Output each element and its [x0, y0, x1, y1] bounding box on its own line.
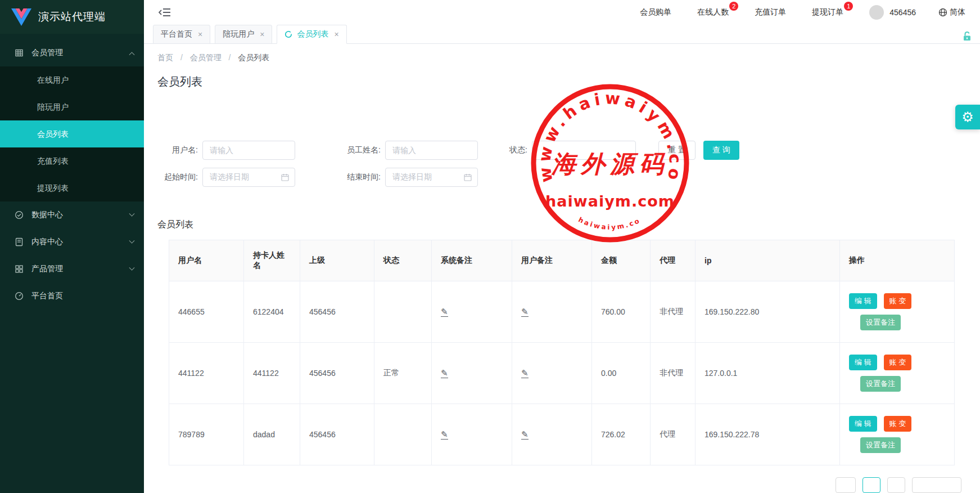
- pagination-prev-button[interactable]: [836, 477, 856, 493]
- page-title: 会员列表: [157, 74, 967, 89]
- sidebar-item-member-management[interactable]: 会员管理: [0, 39, 144, 66]
- chevron-down-icon: [129, 265, 135, 270]
- breadcrumb: 首页 / 会员管理 / 会员列表: [157, 53, 967, 64]
- avatar[interactable]: [869, 5, 884, 20]
- app-title: 演示站代理端: [38, 10, 106, 24]
- cell-agent: 非代理: [651, 281, 696, 343]
- sidebar-item-platform-home[interactable]: 平台首页: [0, 283, 144, 310]
- sidebar-item-recharge-list[interactable]: 充值列表: [0, 147, 144, 174]
- edit-button[interactable]: 编 辑: [849, 355, 877, 370]
- cell-username: 441122: [169, 343, 244, 404]
- nav-member-orders[interactable]: 会员购单: [640, 7, 671, 17]
- nav-label: 提现订单: [812, 7, 843, 16]
- col-username: 用户名: [169, 240, 244, 281]
- edit-note-icon[interactable]: ✎: [521, 430, 529, 440]
- language-label: 简体: [950, 7, 965, 17]
- main-area: 会员购单 在线人数 2 充值订单 提现订单 1 456456: [144, 0, 980, 493]
- col-ip: ip: [696, 240, 840, 281]
- settings-gear-button[interactable]: ⚙: [955, 105, 980, 129]
- topbar-right: 会员购单 在线人数 2 充值订单 提现订单 1 456456: [614, 5, 965, 20]
- close-icon[interactable]: ×: [260, 30, 264, 39]
- table-row: 441122 441122 456456 正常 ✎ ✎ 0.00 非代理 127…: [169, 343, 955, 404]
- close-icon[interactable]: ×: [334, 30, 338, 39]
- cell-amount: 0.00: [592, 343, 651, 404]
- edit-note-icon[interactable]: ✎: [441, 430, 448, 440]
- pagination: [157, 477, 967, 493]
- start-date-input[interactable]: 请选择日期: [202, 168, 295, 187]
- table-row: 789789 dadad 456456 ✎ ✎ 726.02 代理 169.15…: [169, 404, 955, 465]
- unlock-icon[interactable]: [962, 31, 972, 43]
- sidebar-item-online-users[interactable]: 在线用户: [0, 66, 144, 93]
- sidebar-item-data-center[interactable]: 数据中心: [0, 201, 144, 228]
- member-submenu: 在线用户 陪玩用户 会员列表 充值列表 提现列表: [0, 66, 144, 201]
- cell-system-note: ✎: [432, 343, 512, 404]
- cell-agent: 代理: [651, 404, 696, 465]
- edit-button[interactable]: 编 辑: [849, 416, 877, 432]
- col-system-note: 系统备注: [432, 240, 512, 281]
- set-note-button[interactable]: 设置备注: [860, 315, 901, 330]
- calendar-icon: [281, 173, 289, 181]
- nav-withdraw-orders[interactable]: 提现订单 1: [812, 7, 843, 17]
- tab-companion-users[interactable]: 陪玩用户 ×: [215, 25, 272, 44]
- col-cardholder: 持卡人姓名: [244, 240, 300, 281]
- col-agent: 代理: [651, 240, 696, 281]
- pagination-page-size-select[interactable]: [912, 477, 961, 493]
- sidebar-item-label: 平台首页: [31, 291, 134, 301]
- date-placeholder: 请选择日期: [210, 172, 281, 182]
- nav-online-count[interactable]: 在线人数 2: [697, 7, 729, 17]
- cell-cardholder: 6122404: [244, 281, 300, 343]
- tab-label: 会员列表: [297, 29, 328, 39]
- sidebar-item-companion-users[interactable]: 陪玩用户: [0, 93, 144, 120]
- breadcrumb-current: 会员列表: [238, 53, 269, 62]
- breadcrumb-home[interactable]: 首页: [157, 53, 173, 62]
- tab-member-list[interactable]: 会员列表 ×: [277, 25, 346, 44]
- sidebar-item-label: 产品管理: [31, 264, 130, 274]
- sidebar-collapse-icon[interactable]: [159, 7, 171, 17]
- edit-note-icon[interactable]: ✎: [441, 369, 448, 378]
- sidebar-item-member-list[interactable]: 会员列表: [0, 120, 144, 147]
- balance-change-button[interactable]: 账 变: [884, 416, 912, 432]
- close-icon[interactable]: ×: [198, 30, 202, 39]
- edit-button[interactable]: 编 辑: [849, 293, 877, 309]
- cell-cardholder: 441122: [244, 343, 300, 404]
- pagination-next-button[interactable]: [887, 477, 905, 493]
- nav-recharge-orders[interactable]: 充值订单: [755, 7, 786, 17]
- sidebar-menu: 会员管理 在线用户 陪玩用户 会员列表 充值列表 提现列表 数据中心: [0, 34, 144, 310]
- online-count-badge: 2: [729, 2, 738, 11]
- username-input[interactable]: [202, 141, 295, 160]
- filter-row-2: 起始时间: 请选择日期 结束时间: 请选择日期: [157, 168, 967, 187]
- tabbar: 平台首页 × 陪玩用户 × 会员列表 ×: [144, 25, 980, 44]
- grid-icon: [15, 48, 24, 57]
- balance-change-button[interactable]: 账 变: [884, 355, 912, 370]
- vue-logo-icon: [11, 8, 31, 26]
- balance-change-button[interactable]: 账 变: [884, 293, 912, 309]
- status-select[interactable]: [532, 141, 636, 160]
- cell-actions: 编 辑 账 变 设置备注: [840, 343, 955, 404]
- date-placeholder: 请选择日期: [392, 172, 464, 182]
- staff-name-input[interactable]: [385, 141, 478, 160]
- sidebar-item-product-management[interactable]: 产品管理: [0, 256, 144, 283]
- language-switcher[interactable]: 简体: [938, 7, 965, 17]
- set-note-button[interactable]: 设置备注: [860, 437, 901, 453]
- end-date-input[interactable]: 请选择日期: [385, 168, 478, 187]
- refresh-icon[interactable]: [284, 30, 292, 38]
- edit-note-icon[interactable]: ✎: [521, 307, 529, 317]
- cell-user-note: ✎: [512, 281, 592, 343]
- edit-note-icon[interactable]: ✎: [521, 369, 529, 378]
- reset-button[interactable]: 重 置: [658, 141, 696, 160]
- table-section-title: 会员列表: [157, 218, 967, 231]
- cell-username: 789789: [169, 404, 244, 465]
- cell-status: [374, 281, 432, 343]
- sidebar-item-withdraw-list[interactable]: 提现列表: [0, 174, 144, 201]
- pagination-page-1-button[interactable]: [862, 477, 880, 493]
- sidebar: 演示站代理端 会员管理 在线用户 陪玩用户 会员列表 充值列表: [0, 0, 144, 493]
- set-note-button[interactable]: 设置备注: [860, 376, 901, 392]
- breadcrumb-separator: /: [229, 53, 231, 62]
- search-button[interactable]: 查 询: [703, 141, 739, 160]
- breadcrumb-member-management[interactable]: 会员管理: [190, 53, 222, 62]
- edit-note-icon[interactable]: ✎: [441, 307, 448, 317]
- sidebar-item-content-center[interactable]: 内容中心: [0, 228, 144, 256]
- tab-platform-home[interactable]: 平台首页 ×: [153, 25, 210, 44]
- sidebar-item-label: 会员管理: [31, 48, 130, 58]
- member-table: 用户名 持卡人姓名 上级 状态 系统备注 用户备注 金额 代理 ip 操作 44: [169, 240, 955, 465]
